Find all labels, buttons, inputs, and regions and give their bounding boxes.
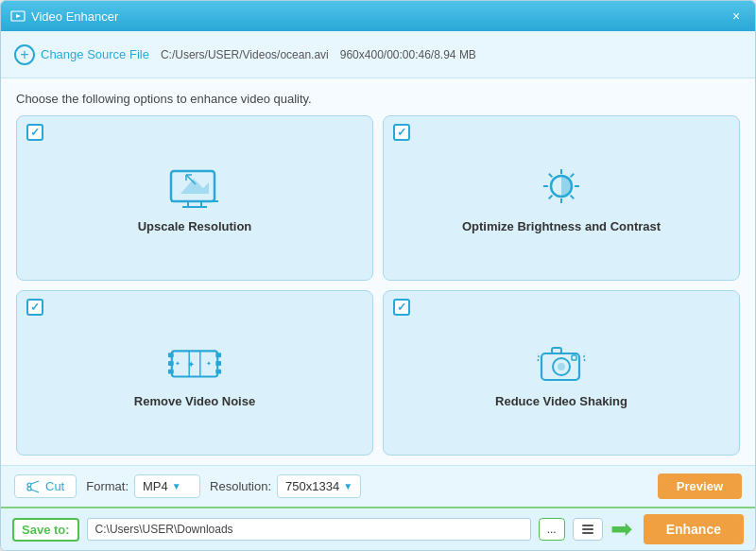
option-brightness[interactable]: Optimize Brightness and Contrast [383,115,740,281]
svg-rect-43 [582,532,593,534]
upscale-checkbox[interactable] [26,124,43,141]
svg-marker-1 [16,14,21,18]
enhance-arrow-group: ➡ [610,516,632,542]
brightness-label: Optimize Brightness and Contrast [462,219,661,233]
save-to-label: Save to: [12,518,79,542]
add-icon: + [14,44,35,65]
svg-point-38 [27,487,31,491]
browse-label: ... [547,523,557,536]
brightness-checkbox[interactable] [393,124,410,141]
options-grid: Upscale Resolution [16,115,740,456]
scissors-icon [26,480,40,493]
resolution-value: 750x1334 [285,479,339,493]
source-file-path: C:/Users/USER/Videos/ocean.avi [161,48,329,61]
format-arrow-icon: ▼ [172,481,181,491]
brightness-icon [533,164,590,212]
resolution-select[interactable]: 750x1334 ▼ [277,474,361,498]
upscale-label: Upscale Resolution [138,219,252,233]
bottom-bar: Save to: ... ➡ Enhance [1,507,755,550]
noise-icon: ✦ ✦ ✦ [166,339,223,387]
browse-button[interactable]: ... [539,518,565,541]
cut-label: Cut [45,479,64,493]
format-select[interactable]: MP4 ▼ [134,474,200,498]
list-icon [581,523,594,536]
svg-text:✦: ✦ [206,360,212,367]
svg-line-39 [31,481,39,484]
format-group: Format: MP4 ▼ [86,474,200,498]
enhance-button[interactable]: Enhance [644,514,744,544]
format-label: Format: [86,479,129,493]
svg-rect-24 [215,353,221,357]
resolution-group: Resolution: 750x1334 ▼ [210,474,361,498]
option-upscale[interactable]: Upscale Resolution [16,115,373,281]
option-noise[interactable]: ✦ ✦ ✦ Remove Video Noise [16,290,373,456]
svg-rect-42 [582,528,593,530]
svg-point-34 [558,363,565,370]
change-source-button[interactable]: + Change Source File [14,44,149,65]
shaking-checkbox[interactable] [393,299,410,316]
preview-button[interactable]: Preview [658,474,742,499]
svg-rect-41 [582,525,593,526]
svg-line-19 [549,196,553,199]
noise-checkbox[interactable] [26,299,43,316]
resolution-arrow-icon: ▼ [343,481,352,491]
shaking-icon [533,339,590,387]
svg-marker-3 [180,179,209,194]
svg-line-16 [549,174,553,178]
svg-text:✦: ✦ [175,360,180,367]
change-source-label: Change Source File [41,47,149,61]
resolution-label: Resolution: [210,479,271,493]
toolbar: Cut Format: MP4 ▼ Resolution: 750x1334 ▼… [1,465,755,507]
window-title: Video Enhancer [31,9,727,24]
title-bar: Video Enhancer × [1,1,755,31]
app-icon [10,9,26,24]
svg-rect-23 [168,370,174,374]
svg-text:✦: ✦ [187,359,195,370]
upscale-icon [166,164,223,212]
svg-rect-36 [572,355,576,360]
shaking-label: Reduce Video Shaking [495,394,627,408]
format-value: MP4 [143,479,168,493]
svg-rect-22 [168,361,174,366]
svg-line-18 [571,174,575,178]
list-button[interactable] [573,518,603,541]
green-arrow-icon: ➡ [610,516,632,542]
option-shaking[interactable]: Reduce Video Shaking [383,290,740,456]
save-path-input[interactable] [87,518,531,541]
instruction-text: Choose the following options to enhance … [16,92,740,106]
source-file-info: 960x400/00:00:46/8.94 MB [340,48,476,61]
svg-rect-26 [215,370,221,374]
noise-label: Remove Video Noise [134,394,255,408]
close-button[interactable]: × [727,7,746,26]
cut-button[interactable]: Cut [14,474,77,498]
svg-rect-35 [552,348,561,353]
main-window: Video Enhancer × + Change Source File C:… [0,0,756,551]
svg-rect-21 [168,353,174,357]
svg-line-40 [31,490,39,492]
svg-line-17 [571,196,575,199]
main-content: Choose the following options to enhance … [1,78,755,465]
source-bar: + Change Source File C:/Users/USER/Video… [1,31,755,78]
svg-rect-25 [215,361,221,366]
